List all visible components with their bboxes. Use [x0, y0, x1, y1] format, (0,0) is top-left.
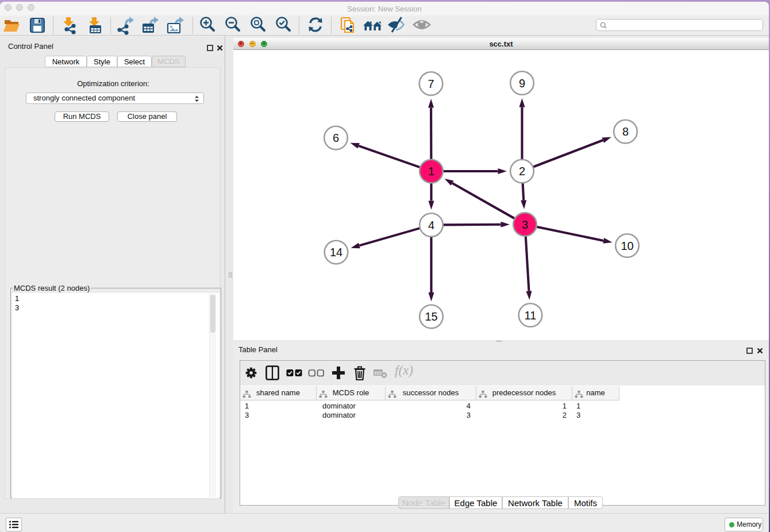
svg-text:4: 4 [428, 219, 434, 232]
svg-text:11: 11 [525, 309, 537, 322]
svg-text:15: 15 [425, 310, 437, 323]
svg-text:10: 10 [621, 240, 633, 252]
svg-text:2: 2 [519, 165, 525, 178]
svg-text:3: 3 [522, 218, 528, 231]
svg-text:1: 1 [428, 165, 434, 178]
svg-text:9: 9 [519, 77, 525, 90]
svg-text:6: 6 [333, 132, 339, 144]
svg-text:14: 14 [330, 246, 342, 259]
svg-text:8: 8 [622, 125, 629, 138]
svg-text:7: 7 [428, 78, 434, 90]
